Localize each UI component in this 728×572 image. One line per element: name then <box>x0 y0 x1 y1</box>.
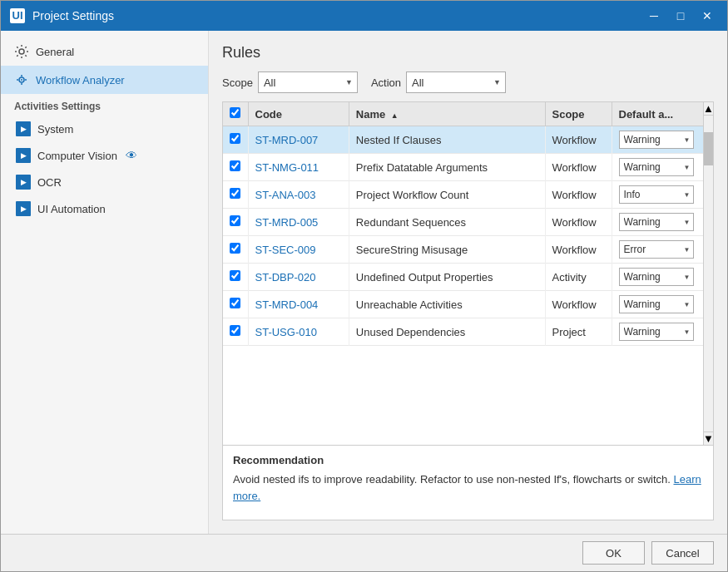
titlebar: UI Project Settings ─ □ ✕ <box>1 1 727 31</box>
action-select-wrapper: Warning Error Info <box>619 185 694 204</box>
sidebar-item-computer-vision[interactable]: ▶ Computer Vision 👁 <box>1 142 208 169</box>
row-code-cell: ST-MRD-005 <box>248 209 349 236</box>
row-scope-cell: Workflow <box>545 291 612 318</box>
row-name-cell: Redundant Sequences <box>349 209 545 236</box>
sidebar: General Workflow Analyzer Activities Set… <box>1 31 209 534</box>
sidebar-item-ocr[interactable]: ▶ OCR <box>1 169 208 195</box>
page-title: Rules <box>222 44 714 62</box>
cancel-button[interactable]: Cancel <box>651 541 714 565</box>
row-checkbox[interactable] <box>230 133 240 144</box>
row-action-select[interactable]: Warning Error Info <box>619 131 694 149</box>
maximize-button[interactable]: □ <box>669 6 692 26</box>
rules-table: Code Name ▲ Scope <box>223 102 703 346</box>
row-checkbox[interactable] <box>230 188 240 199</box>
sidebar-item-ui-automation[interactable]: ▶ UI Automation <box>1 195 208 222</box>
system-icon: ▶ <box>16 121 31 136</box>
row-scope-cell: Workflow <box>545 154 612 181</box>
table-row[interactable]: ST-SEC-009 SecureString Misusage Workflo… <box>223 236 703 264</box>
action-label: Action <box>371 76 401 89</box>
row-action-select[interactable]: Warning Error Info <box>619 158 694 176</box>
workflow-analyzer-icon <box>14 72 29 87</box>
table-row[interactable]: ST-MRD-005 Redundant Sequences Workflow … <box>223 209 703 236</box>
col-header-code: Code <box>248 102 349 126</box>
table-row[interactable]: ST-MRD-007 Nested If Clauses Workflow Wa… <box>223 126 703 154</box>
ok-button[interactable]: OK <box>582 541 645 565</box>
row-checkbox[interactable] <box>230 298 240 308</box>
sidebar-cv-label: Computer Vision <box>37 150 117 162</box>
recommendation-title: Recommendation <box>233 454 703 466</box>
table-row[interactable]: ST-USG-010 Unused Dependencies Project W… <box>223 318 703 346</box>
row-checkbox[interactable] <box>230 160 240 171</box>
ocr-icon: ▶ <box>16 175 31 190</box>
row-checkbox[interactable] <box>230 325 240 336</box>
code-link[interactable]: ST-NMG-011 <box>255 161 319 174</box>
scope-filter-group: Scope All Workflow Activity Project <box>222 72 358 93</box>
code-link[interactable]: ST-MRD-004 <box>255 298 319 311</box>
action-select-wrapper: Warning Error Info <box>619 213 694 231</box>
row-code-cell: ST-NMG-011 <box>248 154 349 181</box>
row-check-cell <box>223 126 248 154</box>
select-all-checkbox[interactable] <box>230 107 240 118</box>
row-default-cell: Warning Error Info <box>612 181 703 209</box>
action-select-wrapper: Warning Error Info <box>619 131 694 149</box>
row-action-select[interactable]: Warning Error Info <box>619 240 694 259</box>
row-default-cell: Warning Error Info <box>612 236 703 264</box>
row-checkbox[interactable] <box>230 270 240 281</box>
row-scope-cell: Activity <box>545 264 612 291</box>
sidebar-workflow-label: Workflow Analyzer <box>36 74 125 86</box>
table-row[interactable]: ST-ANA-003 Project Workflow Count Workfl… <box>223 181 703 209</box>
action-select-wrapper: All Warning Error Info <box>406 72 506 93</box>
scroll-up-btn[interactable]: ▲ <box>704 102 713 116</box>
col-header-default: Default a... <box>612 102 703 126</box>
row-checkbox[interactable] <box>230 215 240 226</box>
row-scope-cell: Workflow <box>545 126 612 154</box>
sidebar-item-workflow-analyzer[interactable]: Workflow Analyzer <box>1 66 208 94</box>
sidebar-ocr-label: OCR <box>37 176 62 189</box>
close-button[interactable]: ✕ <box>696 6 719 26</box>
row-checkbox[interactable] <box>230 243 240 254</box>
scroll-down-btn[interactable]: ▼ <box>704 431 713 445</box>
recommendation-text: Avoid nested ifs to improve readability.… <box>233 471 703 504</box>
footer-bar: OK Cancel <box>1 534 727 571</box>
row-check-cell <box>223 291 248 318</box>
table-scroll-area[interactable]: Code Name ▲ Scope <box>223 102 703 445</box>
row-action-select[interactable]: Warning Error Info <box>619 268 694 286</box>
row-scope-cell: Workflow <box>545 181 612 209</box>
row-code-cell: ST-SEC-009 <box>248 236 349 264</box>
scrollbar-thumb[interactable] <box>704 132 713 165</box>
code-link[interactable]: ST-USG-010 <box>255 326 317 338</box>
gear-icon <box>14 44 29 59</box>
minimize-button[interactable]: ─ <box>642 6 666 26</box>
code-link[interactable]: ST-SEC-009 <box>255 244 316 256</box>
table-row[interactable]: ST-MRD-004 Unreachable Activities Workfl… <box>223 291 703 318</box>
window-controls: ─ □ ✕ <box>642 6 719 26</box>
row-action-select[interactable]: Warning Error Info <box>619 185 694 204</box>
code-link[interactable]: ST-MRD-007 <box>255 134 319 146</box>
action-select[interactable]: All Warning Error Info <box>406 72 506 93</box>
code-link[interactable]: ST-DBP-020 <box>255 271 316 284</box>
row-action-select[interactable]: Warning Error Info <box>619 295 694 313</box>
row-name-cell: Project Workflow Count <box>349 181 545 209</box>
col-header-name[interactable]: Name ▲ <box>349 102 545 126</box>
row-action-select[interactable]: Warning Error Info <box>619 323 694 341</box>
table-row[interactable]: ST-DBP-020 Undefined Output Properties A… <box>223 264 703 291</box>
row-default-cell: Warning Error Info <box>612 126 703 154</box>
ui-automation-icon: ▶ <box>16 201 31 216</box>
svg-point-4 <box>21 79 22 81</box>
table-scrollbar[interactable]: ▲ ▼ <box>703 102 713 445</box>
row-check-cell <box>223 154 248 181</box>
sidebar-item-general[interactable]: General <box>1 37 208 66</box>
row-action-select[interactable]: Warning Error Info <box>619 213 694 231</box>
app-icon: UI <box>9 7 26 24</box>
scope-select[interactable]: All Workflow Activity Project <box>258 72 358 93</box>
code-link[interactable]: ST-MRD-005 <box>255 216 319 229</box>
sidebar-item-system[interactable]: ▶ System <box>1 116 208 142</box>
sidebar-general-label: General <box>36 46 74 58</box>
row-code-cell: ST-MRD-004 <box>248 291 349 318</box>
recommendation-body: Avoid nested ifs to improve readability.… <box>233 473 671 486</box>
action-select-wrapper: Warning Error Info <box>619 268 694 286</box>
code-link[interactable]: ST-ANA-003 <box>255 189 316 201</box>
table-row[interactable]: ST-NMG-011 Prefix Datatable Arguments Wo… <box>223 154 703 181</box>
action-select-wrapper: Warning Error Info <box>619 295 694 313</box>
row-code-cell: ST-DBP-020 <box>248 264 349 291</box>
